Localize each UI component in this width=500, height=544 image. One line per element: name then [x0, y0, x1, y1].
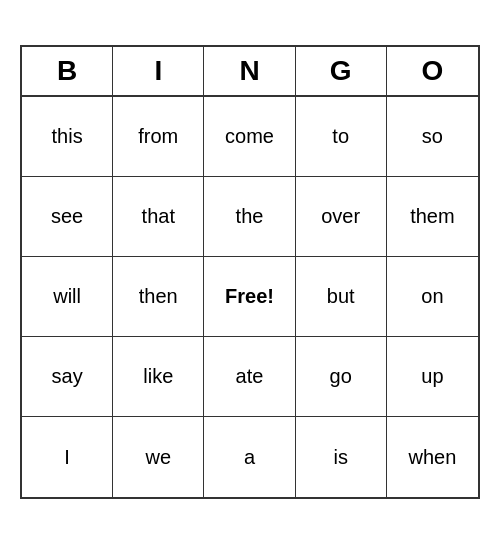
bingo-cell[interactable]: this: [22, 97, 113, 177]
bingo-cell[interactable]: like: [113, 337, 204, 417]
bingo-header: BINGO: [22, 47, 478, 97]
bingo-cell[interactable]: go: [296, 337, 387, 417]
bingo-cell[interactable]: so: [387, 97, 478, 177]
bingo-cell[interactable]: see: [22, 177, 113, 257]
bingo-cell[interactable]: when: [387, 417, 478, 497]
bingo-header-letter: O: [387, 47, 478, 95]
bingo-cell[interactable]: is: [296, 417, 387, 497]
bingo-cell[interactable]: over: [296, 177, 387, 257]
bingo-cell[interactable]: I: [22, 417, 113, 497]
bingo-cell[interactable]: we: [113, 417, 204, 497]
bingo-cell[interactable]: come: [204, 97, 295, 177]
bingo-cell[interactable]: a: [204, 417, 295, 497]
bingo-cell[interactable]: on: [387, 257, 478, 337]
bingo-cell[interactable]: them: [387, 177, 478, 257]
free-space[interactable]: Free!: [204, 257, 295, 337]
bingo-cell[interactable]: the: [204, 177, 295, 257]
bingo-cell[interactable]: then: [113, 257, 204, 337]
bingo-cell[interactable]: from: [113, 97, 204, 177]
bingo-card: BINGO thisfromcometososeethattheoverthem…: [20, 45, 480, 499]
bingo-cell[interactable]: to: [296, 97, 387, 177]
bingo-cell[interactable]: ate: [204, 337, 295, 417]
bingo-cell[interactable]: but: [296, 257, 387, 337]
bingo-cell[interactable]: will: [22, 257, 113, 337]
bingo-grid: thisfromcometososeethattheoverthemwillth…: [22, 97, 478, 497]
bingo-header-letter: B: [22, 47, 113, 95]
bingo-header-letter: N: [204, 47, 295, 95]
bingo-header-letter: I: [113, 47, 204, 95]
bingo-cell[interactable]: up: [387, 337, 478, 417]
bingo-header-letter: G: [296, 47, 387, 95]
bingo-cell[interactable]: that: [113, 177, 204, 257]
bingo-cell[interactable]: say: [22, 337, 113, 417]
